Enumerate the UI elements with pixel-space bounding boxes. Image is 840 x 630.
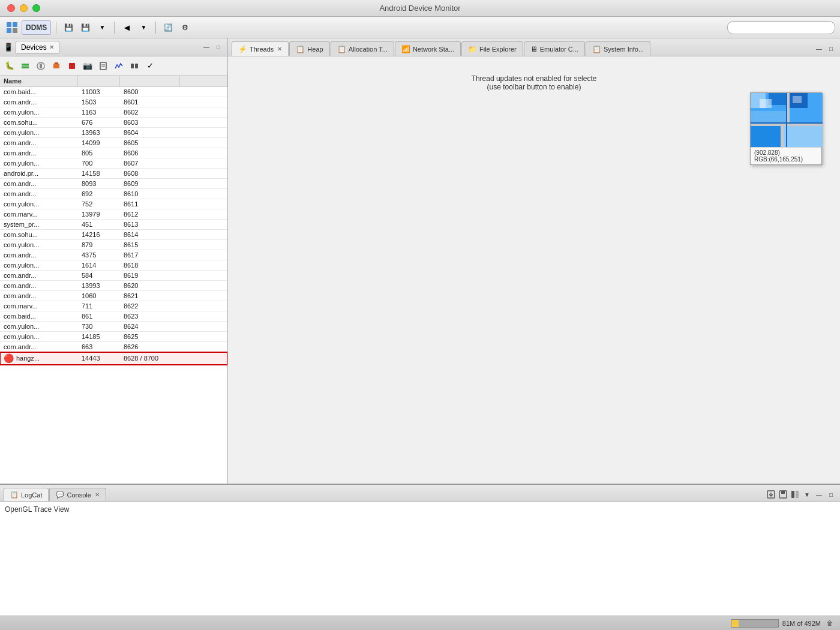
table-row[interactable]: com.andr...10608621	[0, 291, 227, 301]
table-row[interactable]: com.yulon...8798615	[0, 240, 227, 250]
cell-name: com.sohu...	[0, 118, 78, 127]
save2-icon[interactable]: 💾	[78, 20, 92, 35]
nav-back-icon[interactable]: ◀	[119, 20, 134, 35]
table-row[interactable]: com.yulon...11638602	[0, 107, 227, 118]
table-row[interactable]: com.marv...139798612	[0, 209, 227, 220]
update-threads-icon[interactable]	[18, 59, 32, 73]
thread-message-line2: (use toolbar button to enable)	[472, 83, 597, 91]
tab-emulator[interactable]: 🖥 Emulator C...	[524, 41, 585, 56]
devices-tab[interactable]: Devices ✕	[16, 41, 59, 54]
devices-tab-close[interactable]: ✕	[49, 44, 54, 50]
cell-extra	[180, 107, 227, 117]
gc-status-icon[interactable]: 🗑	[824, 618, 835, 629]
cell-name: com.andr...	[0, 342, 78, 352]
table-row[interactable]: com.yulon...7008607	[0, 158, 227, 169]
svg-rect-9	[53, 64, 59, 68]
table-row[interactable]: com.baid...8618623	[0, 311, 227, 322]
table-row[interactable]: com.yulon...7528611	[0, 199, 227, 209]
table-row[interactable]: com.andr...43758617	[0, 250, 227, 260]
threads-tab-close[interactable]: ✕	[277, 46, 282, 52]
close-button[interactable]	[7, 4, 15, 12]
table-row[interactable]: 🔴hangz...144438628 / 8700	[0, 352, 227, 365]
title-bar: Android Device Monitor	[0, 0, 840, 17]
debug-icon[interactable]: 🐛	[2, 59, 17, 73]
bottom-maximize[interactable]: □	[826, 489, 836, 500]
bottom-minimize[interactable]: —	[814, 489, 824, 500]
left-panel-minimize[interactable]: —	[201, 42, 212, 53]
process-name: system_pr...	[4, 221, 39, 228]
tab-fileexplorer[interactable]: 📁 File Explorer	[461, 41, 523, 56]
process-name: hangz...	[16, 355, 40, 362]
minimize-button[interactable]	[20, 4, 28, 12]
table-row[interactable]: com.andr...8058606	[0, 148, 227, 158]
fileexplorer-tab-label: File Explorer	[479, 46, 517, 53]
cell-extra	[180, 128, 227, 137]
cell-name: com.yulon...	[0, 107, 78, 117]
table-row[interactable]: com.andr...6928610	[0, 189, 227, 199]
check-icon[interactable]: ✓	[143, 59, 157, 73]
left-panel-maximize[interactable]: □	[213, 42, 224, 53]
cell-pid: 14185	[78, 332, 120, 341]
method-profiling-icon[interactable]	[112, 59, 126, 73]
table-row[interactable]: com.yulon...141858625	[0, 332, 227, 342]
svg-rect-15	[131, 64, 134, 68]
table-row[interactable]: com.andr...5848619	[0, 271, 227, 281]
stop-icon[interactable]	[65, 59, 79, 73]
table-row[interactable]: com.yulon...139638604	[0, 128, 227, 138]
dropdown1-icon[interactable]: ▼	[95, 20, 109, 35]
update-heap-icon[interactable]	[34, 59, 48, 73]
table-row[interactable]: android.pr...141588608	[0, 169, 227, 179]
cell-extra	[180, 87, 227, 97]
toggle-icon[interactable]	[127, 59, 142, 73]
cell-extra	[180, 311, 227, 321]
cell-extra	[180, 291, 227, 301]
refresh-icon[interactable]: 🔄	[161, 20, 175, 35]
process-name: com.andr...	[4, 251, 36, 259]
cell-pid: 451	[78, 220, 120, 229]
ddms-button[interactable]: DDMS	[22, 20, 51, 35]
svg-rect-10	[55, 62, 58, 64]
table-row[interactable]: com.baid...110038600	[0, 87, 227, 97]
tab-console[interactable]: 💬 Console ✕	[49, 488, 106, 501]
tab-allocation[interactable]: 📋 Allocation T...	[331, 41, 394, 56]
toolbar-search-input[interactable]	[727, 21, 835, 34]
table-row[interactable]: com.andr...140998605	[0, 138, 227, 148]
app-title: Android Device Monitor	[379, 4, 460, 13]
dump-icon[interactable]	[96, 59, 110, 73]
table-row[interactable]: system_pr...4518613	[0, 220, 227, 230]
bottom-save-icon[interactable]	[778, 489, 788, 500]
bottom-nav1-icon[interactable]	[790, 489, 800, 500]
right-panel-maximize[interactable]: □	[826, 43, 836, 54]
settings-icon[interactable]: ⚙	[178, 20, 192, 35]
gc-icon[interactable]	[49, 59, 64, 73]
bottom-nav2-icon[interactable]: ▼	[802, 489, 812, 500]
table-row[interactable]: com.andr...15038601	[0, 97, 227, 107]
console-tab-close[interactable]: ✕	[95, 491, 100, 498]
table-row[interactable]: com.andr...139938620	[0, 281, 227, 291]
table-row[interactable]: com.marv...7118622	[0, 301, 227, 311]
nav-forward-icon[interactable]: ▼	[136, 20, 151, 35]
screenshot-icon[interactable]: 📷	[80, 59, 95, 73]
save-icon[interactable]: 💾	[61, 20, 76, 35]
tab-logcat[interactable]: 📋 LogCat	[4, 488, 49, 501]
svg-rect-1	[13, 22, 17, 27]
right-panel-controls: — □	[814, 43, 836, 56]
cell-name: com.andr...	[0, 271, 78, 280]
right-panel-minimize[interactable]: —	[814, 43, 824, 54]
table-row[interactable]: com.yulon...16148618	[0, 260, 227, 271]
maximize-button[interactable]	[32, 4, 40, 12]
network-tab-label: Network Sta...	[413, 46, 454, 53]
cell-name: com.yulon...	[0, 199, 78, 209]
table-row[interactable]: com.sohu...6768603	[0, 118, 227, 128]
tab-threads[interactable]: ⚡ Threads ✕	[232, 41, 289, 56]
cell-pid: 11003	[78, 87, 120, 97]
tab-heap[interactable]: 📋 Heap	[289, 41, 329, 56]
tab-network[interactable]: 📶 Network Sta...	[395, 41, 461, 56]
bottom-export-icon[interactable]	[766, 489, 776, 500]
table-row[interactable]: com.sohu...142168614	[0, 230, 227, 240]
table-row[interactable]: com.yulon...7308624	[0, 322, 227, 332]
table-row[interactable]: com.andr...80938609	[0, 179, 227, 189]
table-row[interactable]: com.andr...6638626	[0, 342, 227, 352]
ddms-icon[interactable]	[5, 20, 19, 35]
tab-sysinfo[interactable]: 📋 System Info...	[586, 41, 650, 56]
